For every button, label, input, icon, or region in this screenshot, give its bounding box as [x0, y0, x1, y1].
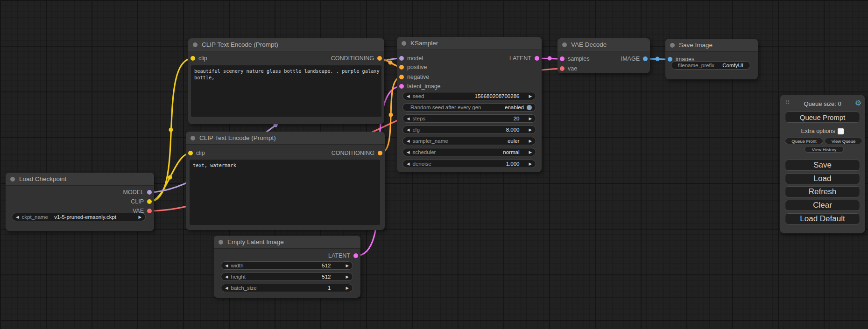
refresh-button[interactable]: Refresh: [785, 186, 860, 197]
latent-port-icon[interactable]: [399, 84, 404, 89]
cfg-widget[interactable]: ◀ cfg 8.000 ▶: [402, 126, 536, 134]
scheduler-widget[interactable]: ◀ scheduler normal ▶: [402, 148, 536, 156]
output-clip[interactable]: CLIP: [131, 197, 154, 206]
node-save-image[interactable]: Save Image images filename_prefix ComfyU…: [665, 39, 758, 79]
input-negative[interactable]: negative: [397, 72, 429, 82]
output-latent[interactable]: LATENT: [509, 54, 542, 63]
node-ksampler-titlebar[interactable]: KSampler: [397, 37, 542, 50]
height-widget[interactable]: ◀ height 512 ▶: [221, 273, 353, 281]
output-model[interactable]: MODEL: [123, 188, 154, 197]
input-latent-image[interactable]: latent_image: [397, 82, 441, 91]
output-conditioning[interactable]: CONDITIONING: [332, 148, 385, 158]
right-arrow-icon[interactable]: ▶: [529, 94, 532, 98]
node-empty-latent-image[interactable]: Empty Latent Image LATENT ◀ width 512 ▶ …: [214, 236, 360, 298]
right-arrow-icon[interactable]: ▶: [346, 275, 349, 279]
view-history-button[interactable]: View History: [804, 146, 844, 153]
right-arrow-icon[interactable]: ▶: [529, 150, 532, 154]
vae-port-icon[interactable]: [147, 209, 152, 213]
collapse-dot-icon[interactable]: [193, 42, 198, 47]
latent-port-icon[interactable]: [560, 56, 565, 61]
output-latent[interactable]: LATENT: [328, 251, 360, 260]
node-graph-canvas[interactable]: Load Checkpoint MODEL CLIP VAE ◀ ckpt_na…: [0, 0, 868, 329]
left-arrow-icon[interactable]: ◀: [407, 128, 410, 132]
output-conditioning[interactable]: CONDITIONING: [331, 54, 384, 63]
width-widget[interactable]: ◀ width 512 ▶: [221, 261, 353, 270]
left-arrow-icon[interactable]: ◀: [225, 286, 228, 290]
toggle-ball-icon[interactable]: [527, 105, 532, 110]
latent-port-icon[interactable]: [353, 253, 358, 258]
right-arrow-icon[interactable]: ▶: [529, 117, 532, 121]
output-image[interactable]: IMAGE: [621, 54, 650, 63]
conditioning-port-icon[interactable]: [378, 151, 382, 155]
clear-button[interactable]: Clear: [785, 200, 860, 211]
left-arrow-icon[interactable]: ◀: [407, 150, 410, 154]
right-arrow-icon[interactable]: ▶: [529, 162, 532, 166]
load-default-button[interactable]: Load Default: [785, 213, 860, 224]
left-arrow-icon[interactable]: ◀: [407, 117, 410, 121]
conditioning-port-icon[interactable]: [399, 75, 404, 79]
input-samples[interactable]: samples: [557, 54, 590, 63]
node-save-image-titlebar[interactable]: Save Image: [665, 39, 758, 52]
queue-prompt-button[interactable]: Queue Prompt: [785, 112, 860, 123]
right-arrow-icon[interactable]: ▶: [529, 139, 532, 143]
input-positive[interactable]: positive: [397, 63, 427, 72]
model-port-icon[interactable]: [147, 190, 152, 195]
node-ksampler[interactable]: KSampler model positive negative latent_…: [397, 37, 542, 172]
collapse-dot-icon[interactable]: [10, 177, 15, 182]
ckpt-name-widget[interactable]: ◀ ckpt_name v1-5-pruned-emaonly.ckpt ▶: [12, 213, 146, 221]
left-arrow-icon[interactable]: ◀: [16, 215, 19, 219]
right-arrow-icon[interactable]: ▶: [529, 128, 532, 132]
left-arrow-icon[interactable]: ◀: [225, 275, 228, 279]
gear-icon[interactable]: ⚙: [855, 98, 861, 107]
collapse-dot-icon[interactable]: [670, 43, 675, 48]
right-arrow-icon[interactable]: ▶: [138, 215, 141, 219]
extra-options-checkbox[interactable]: [838, 128, 844, 134]
negative-prompt-textarea[interactable]: text, watermark: [190, 160, 380, 225]
left-arrow-icon[interactable]: ◀: [225, 264, 228, 268]
node-clip-negative-titlebar[interactable]: CLIP Text Encode (Prompt): [186, 132, 385, 145]
clip-port-icon[interactable]: [191, 56, 195, 61]
random-seed-widget[interactable]: Random seed after every gen enabled: [402, 103, 536, 112]
node-load-checkpoint-titlebar[interactable]: Load Checkpoint: [6, 173, 154, 186]
save-button[interactable]: Save: [785, 160, 860, 171]
collapse-dot-icon[interactable]: [191, 136, 195, 140]
vae-port-icon[interactable]: [560, 66, 565, 71]
node-load-checkpoint[interactable]: Load Checkpoint MODEL CLIP VAE ◀ ckpt_na…: [6, 173, 154, 231]
collapse-dot-icon[interactable]: [402, 41, 406, 46]
right-arrow-icon[interactable]: ▶: [346, 264, 349, 268]
filename-prefix-widget[interactable]: filename_prefix ComfyUI: [671, 61, 750, 70]
seed-widget[interactable]: ◀ seed 156680208700286 ▶: [402, 92, 536, 100]
left-arrow-icon[interactable]: ◀: [407, 162, 410, 166]
positive-prompt-textarea[interactable]: beautiful scenery nature glass bottle la…: [191, 65, 381, 117]
node-clip-text-encode-positive[interactable]: CLIP Text Encode (Prompt) clip CONDITION…: [188, 38, 384, 124]
sampler-name-widget[interactable]: ◀ sampler_name euler ▶: [402, 137, 536, 145]
right-arrow-icon[interactable]: ▶: [346, 286, 349, 290]
queue-menu-panel[interactable]: ⠿ Queue size: 0 ⚙ Queue Prompt Extra opt…: [780, 95, 865, 233]
input-clip[interactable]: clip: [186, 148, 205, 158]
model-port-icon[interactable]: [399, 56, 404, 61]
clip-port-icon[interactable]: [188, 151, 193, 155]
node-clip-positive-titlebar[interactable]: CLIP Text Encode (Prompt): [188, 38, 384, 51]
left-arrow-icon[interactable]: ◀: [407, 139, 410, 143]
denoise-widget[interactable]: ◀ denoise 1.000 ▶: [402, 160, 536, 168]
view-queue-button[interactable]: View Queue: [825, 138, 862, 144]
conditioning-port-icon[interactable]: [399, 65, 404, 70]
image-port-icon[interactable]: [668, 57, 672, 62]
wire-clip-to-negative-prompt[interactable]: [149, 153, 191, 202]
collapse-dot-icon[interactable]: [219, 240, 223, 245]
batch-size-widget[interactable]: ◀ batch_size 1 ▶: [221, 284, 353, 292]
load-button[interactable]: Load: [785, 173, 860, 184]
input-vae[interactable]: vae: [557, 64, 577, 73]
left-arrow-icon[interactable]: ◀: [407, 94, 410, 98]
image-port-icon[interactable]: [643, 56, 648, 61]
node-vae-decode[interactable]: VAE Decode samples vae IMAGE: [557, 38, 650, 73]
steps-widget[interactable]: ◀ steps 20 ▶: [402, 114, 536, 123]
node-clip-text-encode-negative[interactable]: CLIP Text Encode (Prompt) clip CONDITION…: [186, 132, 385, 230]
queue-front-button[interactable]: Queue Front: [785, 138, 823, 144]
input-model[interactable]: model: [397, 54, 423, 63]
clip-port-icon[interactable]: [147, 199, 152, 204]
node-empty-latent-titlebar[interactable]: Empty Latent Image: [214, 236, 360, 249]
input-clip[interactable]: clip: [188, 54, 207, 63]
latent-port-icon[interactable]: [535, 56, 539, 61]
node-vae-decode-titlebar[interactable]: VAE Decode: [557, 38, 650, 51]
